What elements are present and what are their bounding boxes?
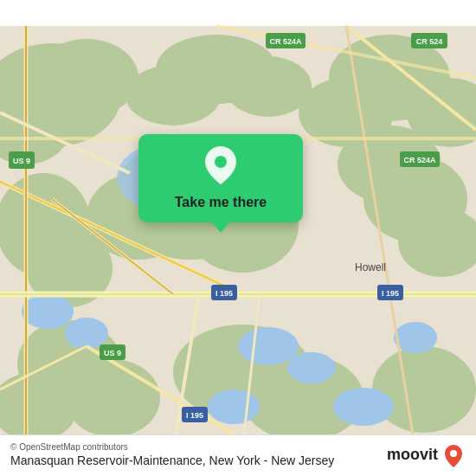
svg-point-3	[35, 39, 138, 117]
svg-point-20	[65, 359, 160, 437]
svg-point-29	[333, 388, 394, 426]
svg-text:I 195: I 195	[215, 289, 233, 298]
moovit-logo: moovit	[387, 443, 466, 467]
svg-point-25	[65, 318, 108, 349]
svg-text:US 9: US 9	[13, 157, 30, 165]
svg-text:CR 524: CR 524	[416, 37, 443, 46]
take-me-there-button[interactable]: Take me there	[175, 195, 267, 210]
svg-point-66	[215, 156, 227, 168]
bottom-left-info: © OpenStreetMap contributors Manasquan R…	[10, 442, 334, 467]
tooltip-card[interactable]: Take me there	[138, 134, 303, 222]
moovit-brand-text: moovit	[387, 446, 438, 464]
moovit-pin-icon	[441, 443, 466, 467]
svg-point-30	[394, 322, 437, 353]
location-pin-icon	[205, 146, 236, 188]
svg-point-26	[238, 327, 299, 365]
svg-point-27	[287, 352, 336, 383]
bottom-bar: © OpenStreetMap contributors Manasquan R…	[0, 434, 476, 476]
copyright-text: © OpenStreetMap contributors	[10, 442, 334, 452]
svg-point-6	[225, 56, 312, 117]
svg-text:Howell: Howell	[355, 261, 386, 273]
svg-point-28	[208, 389, 260, 424]
location-title: Manasquan Reservoir-Maintenance, New Yor…	[10, 453, 334, 467]
svg-text:I 195: I 195	[186, 411, 203, 420]
svg-point-5	[125, 65, 221, 125]
svg-text:CR 524A: CR 524A	[403, 156, 436, 164]
svg-text:CR 524A: CR 524A	[269, 37, 302, 46]
map-container: CR 524A CR 524 US 9 CR 524A I 195 I 195 …	[0, 0, 476, 476]
svg-point-67	[450, 450, 457, 457]
svg-text:I 195: I 195	[382, 289, 399, 298]
svg-text:US 9: US 9	[104, 349, 121, 357]
svg-point-24	[22, 294, 74, 329]
map-background: CR 524A CR 524 US 9 CR 524A I 195 I 195 …	[0, 0, 476, 476]
svg-point-23	[372, 346, 476, 433]
